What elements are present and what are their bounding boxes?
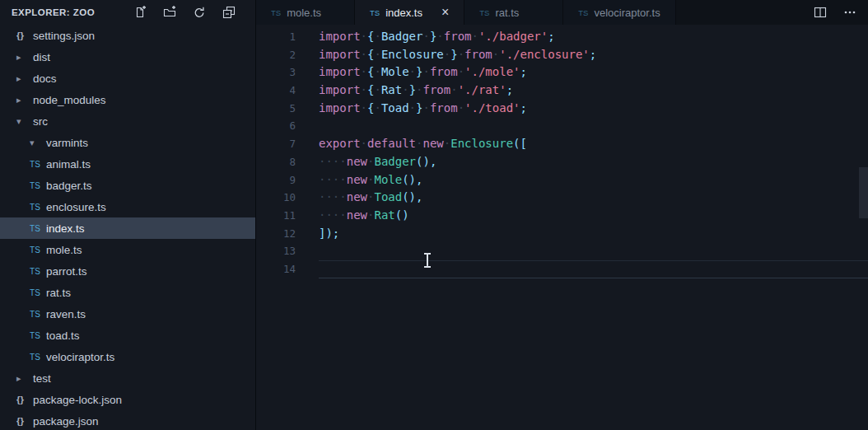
code-line-7: 7export·default·new·Enclosure([	[256, 135, 868, 153]
ts-icon: TS	[30, 267, 46, 276]
editor-scrollbar[interactable]	[859, 167, 868, 218]
line-number: 10	[256, 189, 296, 207]
refresh-icon[interactable]	[193, 6, 206, 19]
chevron-down-icon: ▾	[16, 116, 33, 127]
close-icon[interactable]: ×	[441, 6, 449, 19]
split-editor-icon[interactable]	[814, 6, 827, 19]
code-line-3: 3import·{·Mole·}·from·'./mole';	[256, 63, 868, 82]
tree-item-animal.ts[interactable]: TSanimal.ts	[0, 153, 255, 175]
tree-item-rat.ts[interactable]: TSrat.ts	[0, 282, 255, 303]
tree-item-docs[interactable]: ▸docs	[0, 68, 255, 89]
tab-mole.ts[interactable]: TSmole.ts	[256, 0, 355, 25]
tree-item-package.json[interactable]: {}package.json	[0, 410, 255, 430]
ts-icon: TS	[30, 310, 46, 319]
tree-item-label: enclosure.ts	[46, 201, 106, 213]
ts-icon: TS	[30, 160, 46, 169]
tab-rat.ts[interactable]: TSrat.ts	[464, 0, 563, 25]
tree-item-label: rat.ts	[46, 287, 71, 299]
tab-velociraptor.ts[interactable]: TSvelociraptor.ts	[563, 0, 675, 25]
vscode-window: EXPLORER: ZOO {}settings.json▸dist▸docs▸…	[0, 0, 868, 430]
tree-item-label: toad.ts	[46, 330, 80, 342]
file-tree: {}settings.json▸dist▸docs▸node_modules▾s…	[0, 25, 255, 430]
code-editor[interactable]: 1import·{·Badger·}·from·'./badger';2impo…	[256, 25, 868, 430]
explorer-header: EXPLORER: ZOO	[0, 0, 255, 25]
code-line-6: 6	[256, 117, 868, 135]
tab-label: velociraptor.ts	[594, 7, 660, 19]
tree-item-src[interactable]: ▾src	[0, 110, 255, 132]
ts-icon: TS	[479, 8, 489, 17]
tree-item-label: settings.json	[33, 30, 95, 42]
line-number: 6	[256, 117, 296, 135]
tree-item-label: parrot.ts	[46, 265, 87, 278]
tree-item-label: raven.ts	[46, 308, 86, 320]
ts-icon: TS	[30, 353, 46, 362]
line-number: 3	[256, 63, 296, 82]
tree-item-test[interactable]: ▸test	[0, 367, 255, 389]
tree-item-package-lock.json[interactable]: {}package-lock.json	[0, 389, 255, 410]
line-number: 7	[256, 135, 296, 153]
editor-actions	[814, 0, 868, 25]
line-content: import·{·Mole·}·from·'./mole';	[296, 63, 527, 82]
code-line-10: 10····new·Toad(),	[256, 189, 868, 207]
line-number: 9	[256, 171, 296, 189]
tree-item-parrot.ts[interactable]: TSparrot.ts	[0, 260, 255, 282]
tree-item-label: velociraptor.ts	[46, 351, 114, 363]
tree-item-toad.ts[interactable]: TStoad.ts	[0, 325, 255, 346]
tree-item-badger.ts[interactable]: TSbadger.ts	[0, 175, 255, 196]
line-number: 5	[256, 100, 296, 118]
line-content: import·{·Toad·}·from·'./toad';	[296, 100, 527, 118]
code-line-8: 8····new·Badger(),	[256, 153, 868, 171]
line-content: ····new·Mole(),	[296, 171, 422, 189]
more-actions-icon[interactable]	[843, 6, 856, 19]
code-line-13: 13	[256, 242, 868, 260]
tree-item-mole.ts[interactable]: TSmole.ts	[0, 239, 255, 260]
ts-icon: TS	[271, 8, 281, 17]
tabs: TSmole.tsTSindex.ts×TSrat.tsTSvelocirapt…	[256, 0, 676, 25]
tab-label: mole.ts	[287, 7, 321, 19]
chevron-right-icon: ▸	[16, 373, 33, 384]
tree-item-settings.json[interactable]: {}settings.json	[0, 25, 255, 46]
tab-label: rat.ts	[495, 7, 519, 19]
new-file-icon[interactable]	[133, 6, 147, 19]
ts-icon: TS	[370, 8, 380, 17]
ts-icon: TS	[30, 181, 46, 190]
tree-item-velociraptor.ts[interactable]: TSvelociraptor.ts	[0, 346, 255, 367]
tree-item-label: badger.ts	[46, 180, 92, 192]
code-line-5: 5import·{·Toad·}·from·'./toad';	[256, 100, 868, 118]
explorer-title: EXPLORER: ZOO	[12, 7, 95, 17]
tab-label: index.ts	[385, 7, 422, 19]
ts-icon: TS	[578, 8, 588, 17]
collapse-all-icon[interactable]	[222, 6, 236, 19]
line-content: ····new·Badger(),	[296, 153, 436, 171]
line-content	[296, 260, 319, 278]
ts-icon: TS	[30, 203, 46, 212]
ts-icon: TS	[30, 331, 46, 340]
line-number: 11	[256, 207, 296, 225]
line-content	[296, 242, 319, 260]
code-line-2: 2import·{·Enclosure·}·from·'./enclosure'…	[256, 46, 868, 64]
line-content: import·{·Enclosure·}·from·'./enclosure';	[296, 46, 596, 64]
tab-bar: TSmole.tsTSindex.ts×TSrat.tsTSvelocirapt…	[256, 0, 868, 25]
tree-item-index.ts[interactable]: TSindex.ts	[0, 217, 255, 239]
chevron-right-icon: ▸	[16, 73, 33, 84]
code-line-4: 4import·{·Rat·}·from·'./rat';	[256, 82, 868, 100]
line-content: ····new·Toad(),	[296, 189, 422, 207]
tree-item-label: src	[33, 115, 48, 128]
chevron-down-icon: ▾	[30, 138, 46, 148]
tree-item-node_modules[interactable]: ▸node_modules	[0, 89, 255, 110]
ts-icon: TS	[30, 245, 46, 255]
tree-item-label: test	[33, 372, 51, 385]
tree-item-raven.ts[interactable]: TSraven.ts	[0, 303, 255, 325]
line-content: ····new·Rat()	[296, 207, 409, 225]
chevron-right-icon: ▸	[16, 52, 33, 63]
json-icon: {}	[16, 395, 33, 404]
tree-item-dist[interactable]: ▸dist	[0, 46, 255, 68]
line-number: 1	[256, 28, 296, 46]
editor-region: TSmole.tsTSindex.ts×TSrat.tsTSvelocirapt…	[256, 0, 868, 430]
new-folder-icon[interactable]	[163, 6, 176, 19]
tab-index.ts[interactable]: TSindex.ts×	[355, 0, 464, 25]
code-line-1: 1import·{·Badger·}·from·'./badger';	[256, 28, 868, 46]
tree-item-label: animal.ts	[46, 158, 91, 171]
tree-item-varmints[interactable]: ▾varmints	[0, 132, 255, 153]
tree-item-enclosure.ts[interactable]: TSenclosure.ts	[0, 196, 255, 217]
